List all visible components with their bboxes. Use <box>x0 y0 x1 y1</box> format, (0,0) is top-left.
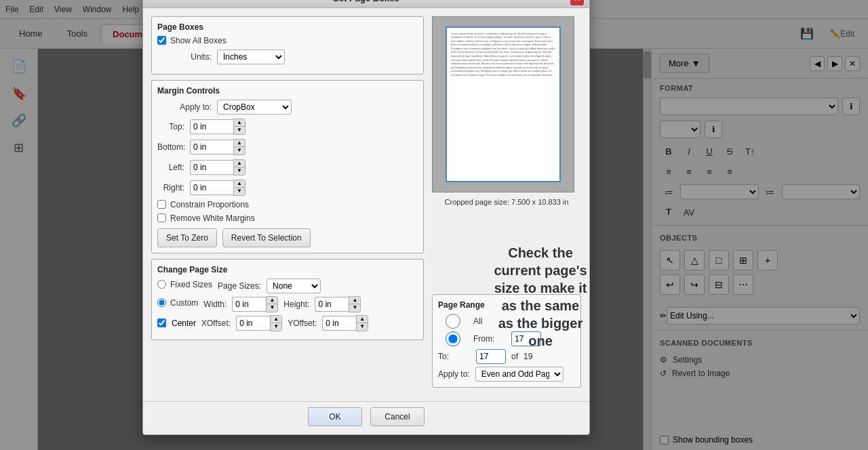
constrain-row: Constrain Proportions <box>157 200 418 209</box>
remove-white-checkbox[interactable] <box>157 213 166 222</box>
xoffset-spinbox: ▲ ▼ <box>236 315 282 331</box>
top-spinbox: ▲ ▼ <box>190 119 245 135</box>
top-up-button[interactable]: ▲ <box>234 119 245 127</box>
yoffset-up-button[interactable]: ▲ <box>357 316 368 323</box>
fixed-sizes-radio[interactable] <box>157 280 166 289</box>
xoffset-input[interactable] <box>236 316 270 331</box>
top-field-row: Top: ▲ ▼ <box>157 119 418 135</box>
xoffset-up-button[interactable]: ▲ <box>271 316 281 323</box>
left-down-button[interactable]: ▼ <box>234 167 245 175</box>
cancel-button[interactable]: Cancel <box>370 407 425 426</box>
from-radio-row: From: <box>438 331 575 346</box>
units-label: Units: <box>157 52 212 62</box>
from-radio[interactable] <box>438 331 468 346</box>
units-select[interactable]: Inches <box>217 49 285 64</box>
page-range-section: Page Range All From: To: <box>432 294 581 388</box>
height-spinbox: ▲ ▼ <box>315 296 361 312</box>
height-down-button[interactable]: ▼ <box>349 304 360 312</box>
yoffset-spinbox: ▲ ▼ <box>322 315 368 331</box>
apply-to-pages-row: Apply to: Even and Odd Pages <box>438 367 575 382</box>
show-all-boxes-checkbox[interactable] <box>157 36 166 45</box>
constrain-label: Constrain Proportions <box>170 200 249 209</box>
yoffset-input[interactable] <box>322 316 356 331</box>
modal-overlay: Set Page Boxes ✕ Page Boxes Show All Box… <box>0 0 868 450</box>
change-page-size-section: Change Page Size Fixed Sizes Page Sizes:… <box>151 259 424 340</box>
left-up-button[interactable]: ▲ <box>234 160 245 167</box>
left-spinbox: ▲ ▼ <box>190 159 245 176</box>
margin-controls-section: Margin Controls Apply to: CropBox Top: <box>151 80 424 253</box>
bottom-label: Bottom: <box>157 142 184 152</box>
dialog-titlebar: Set Page Boxes ✕ <box>143 0 589 8</box>
width-down-button[interactable]: ▼ <box>267 304 277 312</box>
preview-page-content: Lorem ipsum dolor sit amet, consectetur … <box>451 32 555 77</box>
revert-selection-button[interactable]: Revert To Selection <box>222 228 311 247</box>
dialog-left-column: Page Boxes Show All Boxes Units: Inches <box>151 16 424 393</box>
cropped-size-text: Cropped page size: 7.500 x 10.833 in <box>432 198 581 206</box>
right-up-button[interactable]: ▲ <box>234 180 245 188</box>
show-all-boxes-row: Show All Boxes <box>157 36 418 45</box>
xoffset-down-button[interactable]: ▼ <box>271 323 281 331</box>
height-up-button[interactable]: ▲ <box>349 297 360 304</box>
change-page-size-title: Change Page Size <box>157 265 418 274</box>
from-label: From: <box>473 334 506 344</box>
right-spinbox: ▲ ▼ <box>190 180 245 196</box>
all-radio[interactable] <box>438 314 468 329</box>
preview-page: Lorem ipsum dolor sit amet, consectetur … <box>446 26 561 182</box>
right-input[interactable] <box>190 180 233 195</box>
custom-row: Custom Width: ▲ ▼ Height: <box>157 296 418 312</box>
left-label: Left: <box>157 163 184 172</box>
page-sizes-select[interactable]: None <box>267 279 321 293</box>
top-label: Top: <box>157 122 184 131</box>
to-label: To: <box>438 352 471 361</box>
margin-controls-title: Margin Controls <box>157 86 418 96</box>
top-input[interactable] <box>190 119 233 134</box>
from-input[interactable] <box>511 331 541 346</box>
right-down-button[interactable]: ▼ <box>234 188 245 195</box>
dialog-right-column: Lorem ipsum dolor sit amet, consectetur … <box>432 16 581 393</box>
right-label: Right: <box>157 183 184 192</box>
ok-button[interactable]: OK <box>308 407 362 426</box>
bottom-down-button[interactable]: ▼ <box>234 147 245 155</box>
yoffset-down-button[interactable]: ▼ <box>357 323 368 331</box>
bottom-up-button[interactable]: ▲ <box>234 140 245 147</box>
width-up-button[interactable]: ▲ <box>267 297 277 304</box>
height-input[interactable] <box>315 297 349 312</box>
right-field-row: Right: ▲ ▼ <box>157 180 418 196</box>
to-input[interactable] <box>476 349 506 364</box>
fixed-sizes-row: Fixed Sizes Page Sizes: None <box>157 279 418 293</box>
remove-white-label: Remove White Margins <box>170 213 255 223</box>
constrain-checkbox[interactable] <box>157 200 166 209</box>
page-sizes-label: Page Sizes: <box>218 281 261 291</box>
center-label: Center <box>172 319 196 328</box>
apply-to-pages-select[interactable]: Even and Odd Pages <box>475 367 564 382</box>
dialog-close-button[interactable]: ✕ <box>570 0 584 5</box>
bottom-input[interactable] <box>190 140 233 155</box>
of-text: of <box>511 352 518 361</box>
page-boxes-section: Page Boxes Show All Boxes Units: Inches <box>151 16 424 75</box>
width-input[interactable] <box>232 297 266 312</box>
app-window: File Edit View Window Help Home Tools Do… <box>0 0 868 450</box>
all-radio-row: All <box>438 314 575 329</box>
custom-radio[interactable] <box>157 298 166 307</box>
dialog-body: Page Boxes Show All Boxes Units: Inches <box>143 8 589 401</box>
height-label: Height: <box>283 300 309 309</box>
set-to-zero-button[interactable]: Set To Zero <box>157 228 217 247</box>
dialog-title: Set Page Boxes <box>333 0 399 3</box>
apply-to-select[interactable]: CropBox <box>217 100 292 115</box>
center-row: Center XOffset: ▲ ▼ YOffset: <box>157 315 418 331</box>
dialog-footer: OK Cancel <box>143 401 589 434</box>
xoffset-label: XOffset: <box>201 319 231 328</box>
top-down-button[interactable]: ▼ <box>234 127 245 134</box>
set-page-boxes-dialog: Set Page Boxes ✕ Page Boxes Show All Box… <box>142 0 590 435</box>
fixed-sizes-label: Fixed Sizes <box>170 280 212 289</box>
center-checkbox[interactable] <box>157 319 166 327</box>
all-label: All <box>473 316 506 326</box>
page-boxes-title: Page Boxes <box>157 22 418 32</box>
left-input[interactable] <box>190 160 233 175</box>
remove-white-row: Remove White Margins <box>157 213 418 223</box>
of-value: 19 <box>524 352 532 361</box>
custom-radio-row: Custom <box>157 298 198 308</box>
units-row: Units: Inches <box>157 49 418 64</box>
show-all-boxes-label: Show All Boxes <box>170 36 226 45</box>
apply-to-label: Apply to: <box>157 102 212 112</box>
